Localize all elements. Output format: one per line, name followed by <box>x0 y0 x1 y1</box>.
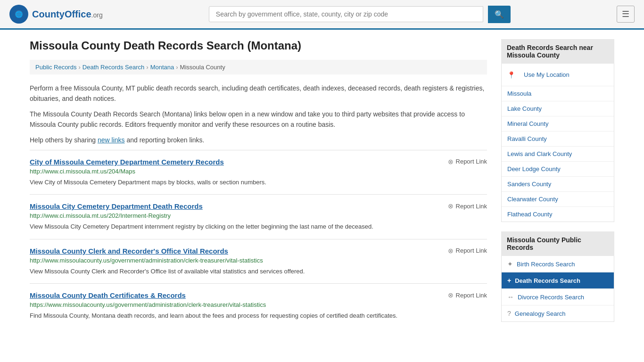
public-records-section: Missoula County Public Records ✦Birth Re… <box>501 231 614 322</box>
public-record-link-3[interactable]: ?Genealogy Search <box>502 305 614 321</box>
report-link-label-2: Report Link <box>456 247 487 254</box>
breadcrumb: Public Records › Death Records Search › … <box>30 60 487 74</box>
nearby-list-item: Missoula <box>502 86 614 101</box>
result-desc-2: View Missoula County Clerk and Recorder'… <box>30 267 487 276</box>
new-links-link[interactable]: new links <box>98 136 125 144</box>
search-input[interactable] <box>209 6 483 22</box>
public-records-heading: Missoula County Public Records <box>501 231 614 256</box>
result-desc-0: View City of Missoula Cemetery Departmen… <box>30 178 487 187</box>
nearby-link-9[interactable]: Flathead County <box>502 207 614 222</box>
report-link-label-3: Report Link <box>456 292 487 299</box>
use-my-location[interactable]: 📍Use My Location <box>502 64 614 86</box>
logo-text: CountyOffice.org <box>32 9 103 20</box>
use-location-link[interactable]: Use My Location <box>518 67 575 82</box>
result-title-3[interactable]: Missoula County Death Certificates & Rec… <box>30 291 186 299</box>
nearby-section: Death Records Search near Missoula Count… <box>501 39 614 222</box>
record-icon-1: + <box>507 277 511 284</box>
header: 🌐 CountyOffice.org 🔍 ☰ <box>0 0 644 30</box>
result-item: Missoula County Clerk and Recorder's Off… <box>30 239 487 284</box>
nearby-list-item: 📍Use My Location <box>502 64 614 86</box>
nearby-link-1[interactable]: Missoula <box>502 86 614 101</box>
public-record-link-0[interactable]: ✦Birth Records Search <box>502 256 614 272</box>
public-record-link-1[interactable]: +Death Records Search <box>502 272 614 288</box>
result-item: City of Missoula Cemetery Department Cem… <box>30 150 487 195</box>
report-link-label-1: Report Link <box>456 203 487 210</box>
sidebar: Death Records Search near Missoula Count… <box>501 39 614 331</box>
nearby-heading: Death Records Search near Missoula Count… <box>501 39 614 64</box>
nearby-link-4[interactable]: Ravalli County <box>502 132 614 146</box>
svg-text:🌐: 🌐 <box>15 10 23 18</box>
report-icon-1: ⊗ <box>448 202 454 210</box>
report-link-btn-3[interactable]: ⊗ Report Link <box>448 291 487 299</box>
result-title-2[interactable]: Missoula County Clerk and Recorder's Off… <box>30 247 228 255</box>
breadcrumb-montana[interactable]: Montana <box>150 64 174 71</box>
search-area: 🔍 <box>209 6 511 23</box>
location-icon: 📍 <box>507 71 515 79</box>
menu-button[interactable]: ☰ <box>617 6 635 23</box>
report-link-label-0: Report Link <box>456 158 487 165</box>
nearby-list-item: Sanders County <box>502 177 614 192</box>
nearby-list: 📍Use My LocationMissoulaLake CountyMiner… <box>501 64 614 222</box>
description-para2: The Missoula County Death Records Search… <box>30 109 487 130</box>
report-link-btn-2[interactable]: ⊗ Report Link <box>448 247 487 255</box>
public-records-list-item: ✦Birth Records Search <box>502 256 614 272</box>
record-icon-0: ✦ <box>507 260 513 268</box>
description-para1: Perform a free Missoula County, MT publi… <box>30 83 487 104</box>
result-item: Missoula County Death Certificates & Rec… <box>30 283 487 328</box>
nearby-list-item: Ravalli County <box>502 132 614 147</box>
public-records-list: ✦Birth Records Search+Death Records Sear… <box>501 256 614 322</box>
record-icon-2: ↔ <box>507 293 514 301</box>
result-url-0[interactable]: http://www.ci.missoula.mt.us/204/Maps <box>30 168 487 175</box>
result-url-2[interactable]: http://www.missoulacounty.us/government/… <box>30 257 487 264</box>
search-button[interactable]: 🔍 <box>488 6 511 23</box>
report-icon-3: ⊗ <box>448 291 454 299</box>
result-desc-3: Find Missoula County, Montana death reco… <box>30 311 487 321</box>
nearby-link-5[interactable]: Lewis and Clark County <box>502 147 614 161</box>
results-list: City of Missoula Cemetery Department Cem… <box>30 150 487 328</box>
nearby-link-6[interactable]: Deer Lodge County <box>502 162 614 176</box>
public-records-list-item: ↔Divorce Records Search <box>502 289 614 305</box>
breadcrumb-death-records-search[interactable]: Death Records Search <box>83 64 145 71</box>
breadcrumb-missoula-county: Missoula County <box>180 64 225 71</box>
nearby-list-item: Lewis and Clark County <box>502 147 614 162</box>
page-title: Missoula County Death Records Search (Mo… <box>30 39 487 52</box>
report-link-btn-0[interactable]: ⊗ Report Link <box>448 158 487 165</box>
public-records-list-item: +Death Records Search <box>502 272 614 289</box>
nearby-list-item: Flathead County <box>502 207 614 222</box>
result-url-1[interactable]: http://www.ci.missoula.mt.us/202/Interme… <box>30 212 487 219</box>
public-record-link-2[interactable]: ↔Divorce Records Search <box>502 289 614 305</box>
nearby-list-item: Mineral County <box>502 116 614 132</box>
logo-icon: 🌐 <box>9 5 28 24</box>
result-title-1[interactable]: Missoula City Cemetery Department Death … <box>30 202 203 210</box>
report-icon-2: ⊗ <box>448 247 454 255</box>
nearby-link-7[interactable]: Sanders County <box>502 177 614 191</box>
nearby-list-item: Clearwater County <box>502 192 614 207</box>
nearby-list-item: Lake County <box>502 101 614 116</box>
result-desc-1: View Missoula City Cemetery Department i… <box>30 222 487 231</box>
result-item: Missoula City Cemetery Department Death … <box>30 194 487 239</box>
result-url-3[interactable]: https://www.missoulacounty.us/government… <box>30 301 487 308</box>
record-icon-3: ? <box>507 310 511 317</box>
breadcrumb-public-records[interactable]: Public Records <box>35 64 76 71</box>
nearby-link-8[interactable]: Clearwater County <box>502 192 614 206</box>
report-link-btn-1[interactable]: ⊗ Report Link <box>448 202 487 210</box>
result-title-0[interactable]: City of Missoula Cemetery Department Cem… <box>30 158 224 166</box>
nearby-link-2[interactable]: Lake County <box>502 101 614 116</box>
main-container: Missoula County Death Records Search (Mo… <box>20 30 624 341</box>
content-area: Missoula County Death Records Search (Mo… <box>30 39 487 331</box>
public-records-list-item: ?Genealogy Search <box>502 305 614 321</box>
nearby-list-item: Deer Lodge County <box>502 162 614 177</box>
report-icon-0: ⊗ <box>448 158 454 165</box>
nearby-link-3[interactable]: Mineral County <box>502 116 614 131</box>
description-para3: Help others by sharing new links and rep… <box>30 135 487 145</box>
logo-area: 🌐 CountyOffice.org <box>9 5 103 24</box>
